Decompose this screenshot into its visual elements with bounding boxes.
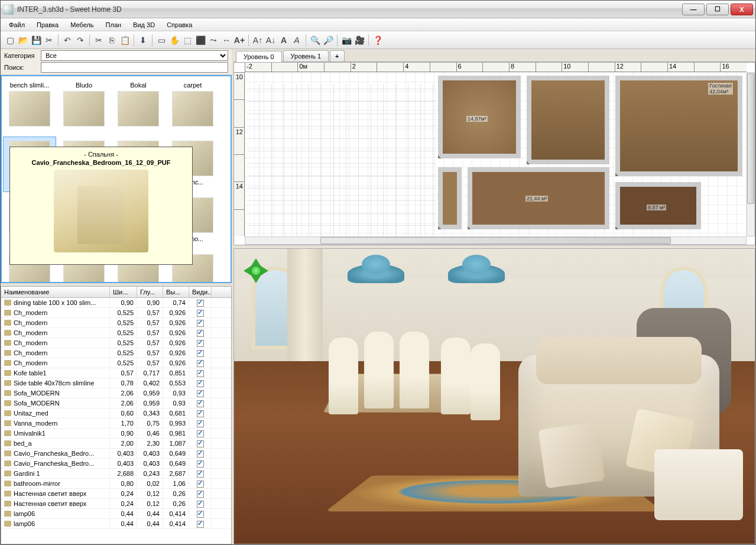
preferences-icon[interactable]: ✂ (43, 34, 55, 46)
create-walls-icon[interactable]: ⬚ (181, 34, 193, 46)
checkbox-icon[interactable] (197, 420, 204, 427)
add-furniture-icon[interactable]: ⬇ (137, 34, 149, 46)
cell-visible[interactable] (189, 499, 212, 508)
menu-furniture[interactable]: Мебель (64, 20, 99, 30)
cell-visible[interactable] (189, 368, 212, 377)
col-depth[interactable]: Глу... (137, 287, 163, 297)
checkbox-icon[interactable] (197, 360, 204, 367)
create-polyline-icon[interactable]: ⤳ (207, 34, 219, 46)
open-icon[interactable]: 📂 (17, 34, 29, 46)
cell-visible[interactable] (189, 358, 212, 367)
cell-visible[interactable] (189, 298, 212, 307)
nav-center-icon[interactable] (251, 265, 261, 276)
cell-visible[interactable] (189, 328, 212, 337)
menu-3dview[interactable]: Вид 3D (127, 20, 161, 30)
cell-visible[interactable] (189, 388, 212, 397)
cell-visible[interactable] (189, 419, 212, 427)
menu-plan[interactable]: План (100, 20, 128, 30)
create-room-icon[interactable]: ⬛ (194, 34, 206, 46)
cell-visible[interactable] (189, 429, 212, 437)
checkbox-icon[interactable] (197, 430, 204, 437)
cell-visible[interactable] (189, 459, 212, 468)
checkbox-icon[interactable] (197, 390, 204, 397)
checkbox-icon[interactable] (197, 511, 204, 518)
cell-visible[interactable] (189, 308, 212, 317)
cut-icon[interactable]: ✂ (93, 34, 105, 46)
menu-help[interactable]: Справка (161, 20, 198, 30)
view-3d[interactable] (233, 248, 755, 544)
checkbox-icon[interactable] (197, 521, 204, 528)
cell-visible[interactable] (189, 509, 212, 518)
table-row[interactable]: Side table 40x78cm slimline 0,78 0,402 0… (1, 378, 231, 388)
table-row[interactable]: Sofa_MODERN 2,06 0,959 0,93 (1, 398, 231, 408)
tab-level-0[interactable]: Уровень 0 (236, 51, 282, 62)
video-icon[interactable]: 🎥 (353, 34, 365, 46)
catalog-item[interactable]: bench slimli... (3, 80, 56, 135)
table-row[interactable]: bed_a 2,00 2,30 1,087 (1, 439, 231, 449)
table-row[interactable]: Cavio_Francheska_Bedro... 0,403 0,403 0,… (1, 459, 231, 469)
room-living[interactable]: Гостиная 42,04м² (615, 76, 742, 176)
checkbox-icon[interactable] (197, 400, 204, 407)
checkbox-icon[interactable] (197, 340, 204, 347)
redo-icon[interactable]: ↷ (74, 34, 86, 46)
room-closet[interactable] (438, 167, 462, 229)
col-height[interactable]: Вы... (163, 287, 189, 297)
add-text-icon[interactable]: A+ (233, 34, 245, 46)
checkbox-icon[interactable] (197, 471, 204, 478)
checkbox-icon[interactable] (197, 310, 204, 317)
minimize-button[interactable]: — (682, 4, 705, 15)
checkbox-icon[interactable] (197, 501, 204, 508)
checkbox-icon[interactable] (197, 350, 204, 357)
table-row[interactable]: Cavio_Francheska_Bedro... 0,403 0,403 0,… (1, 449, 231, 459)
zoom-in-icon[interactable]: 🔍 (309, 34, 321, 46)
save-icon[interactable]: 💾 (30, 34, 42, 46)
furniture-list[interactable]: Наименование Ши... Глу... Вы... Види... … (1, 286, 232, 544)
cell-visible[interactable] (189, 398, 212, 407)
cell-visible[interactable] (189, 479, 212, 488)
table-row[interactable]: Ch_modern 0,525 0,57 0,926 (1, 328, 231, 338)
col-width[interactable]: Ши... (110, 287, 137, 297)
table-row[interactable]: Vanna_modern 1,70 0,75 0,993 (1, 419, 231, 429)
table-row[interactable]: bathroom-mirror 0,80 0,02 1,06 (1, 479, 231, 489)
checkbox-icon[interactable] (197, 370, 204, 377)
checkbox-icon[interactable] (197, 330, 204, 337)
text-bold-icon[interactable]: A (278, 34, 290, 46)
menu-file[interactable]: Файл (3, 20, 31, 30)
table-row[interactable]: lamp06 0,44 0,44 0,414 (1, 519, 231, 529)
new-icon[interactable]: ▢ (4, 34, 16, 46)
cell-visible[interactable] (189, 439, 212, 447)
table-row[interactable]: Gardini 1 2,688 0,243 2,687 (1, 469, 231, 479)
plan-scrollbar-h[interactable] (245, 236, 747, 245)
plan-grid[interactable]: 14,87м² Гостиная 42,04м² 21,44 м² 8,57 м… (245, 72, 747, 236)
plan-2d-view[interactable]: -20м246810121416 101214 14,87м² Гостиная… (233, 62, 755, 245)
cell-visible[interactable] (189, 449, 212, 458)
room-dining[interactable] (527, 76, 609, 164)
table-row[interactable]: lamp06 0,44 0,44 0,414 (1, 509, 231, 519)
cell-visible[interactable] (189, 489, 212, 498)
3d-nav-widget[interactable] (238, 252, 274, 289)
checkbox-icon[interactable] (197, 440, 204, 447)
copy-icon[interactable]: ⎘ (106, 34, 118, 46)
checkbox-icon[interactable] (197, 300, 204, 307)
room-bath[interactable]: 8,57 м² (615, 182, 701, 229)
checkbox-icon[interactable] (197, 491, 204, 498)
table-row[interactable]: Ch_modern 0,525 0,57 0,926 (1, 358, 231, 368)
menu-edit[interactable]: Правка (31, 20, 64, 30)
cell-visible[interactable] (189, 378, 212, 387)
plan-scrollbar-v[interactable] (747, 72, 755, 236)
text-bigger-icon[interactable]: A↑ (252, 34, 264, 46)
zoom-out-icon[interactable]: 🔎 (322, 34, 334, 46)
text-italic-icon[interactable]: A (291, 34, 303, 46)
tab-add-level[interactable]: + (330, 50, 344, 61)
checkbox-icon[interactable] (197, 380, 204, 387)
cell-visible[interactable] (189, 408, 212, 417)
checkbox-icon[interactable] (197, 460, 204, 468)
photo-icon[interactable]: 📷 (340, 34, 352, 46)
furniture-list-header[interactable]: Наименование Ши... Глу... Вы... Види... (1, 287, 231, 298)
select-icon[interactable]: ▭ (155, 34, 167, 46)
category-select[interactable]: Все (41, 50, 228, 61)
cell-visible[interactable] (189, 469, 212, 478)
col-name[interactable]: Наименование (1, 287, 110, 297)
table-row[interactable]: Umivalnik1 0,90 0,46 0,981 (1, 429, 231, 439)
room-hall[interactable]: 21,44 м² (468, 167, 609, 229)
